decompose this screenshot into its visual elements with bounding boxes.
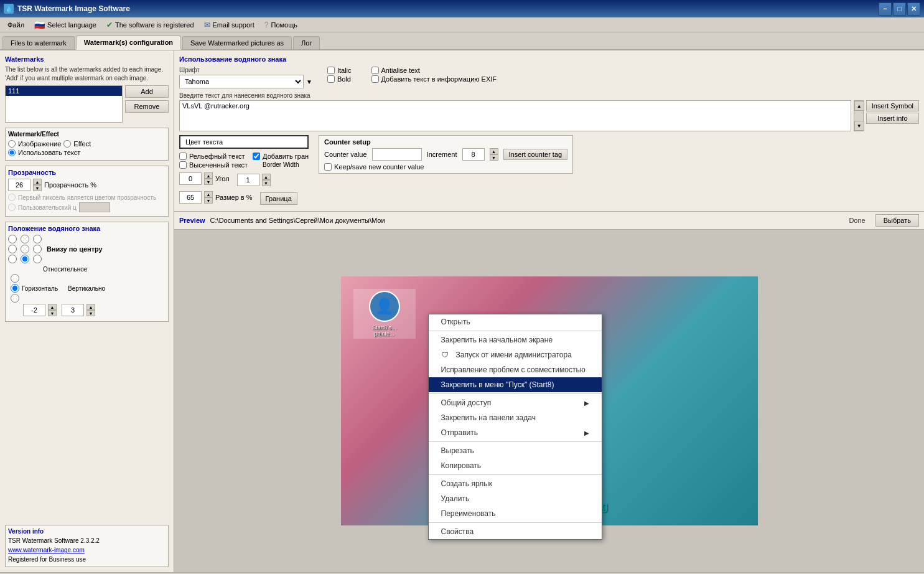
context-menu-open[interactable]: Открыть — [429, 314, 602, 329]
horiz-input[interactable] — [23, 304, 45, 316]
scroll-up[interactable]: ▲ — [854, 101, 864, 111]
antialise-checkbox[interactable] — [371, 67, 379, 74]
radio-first-pixel[interactable] — [8, 194, 16, 201]
radio-text[interactable] — [8, 149, 16, 156]
context-menu-send[interactable]: Отправить ▶ — [429, 425, 602, 440]
radio-custom-color[interactable] — [8, 204, 16, 211]
watermark-item[interactable]: 111 — [6, 86, 122, 96]
border-width-down[interactable]: ▼ — [262, 180, 271, 186]
pos-tr[interactable] — [33, 235, 42, 243]
version-url[interactable]: www.watermark-image.com — [8, 547, 85, 553]
add-watermark-button[interactable]: Add — [125, 85, 169, 98]
tab-save[interactable]: Save Watermarked pictures as — [182, 36, 292, 49]
size-up[interactable]: ▲ — [204, 191, 213, 197]
vert-down[interactable]: ▼ — [86, 310, 95, 316]
horiz-up[interactable]: ▲ — [48, 304, 57, 310]
pos-tc[interactable] — [21, 235, 29, 243]
size-input[interactable] — [179, 191, 202, 204]
emboss-checkbox[interactable] — [179, 153, 187, 160]
context-menu: Открыть Закрепить на начальном экране 🛡 … — [428, 314, 602, 540]
vert-input[interactable] — [62, 304, 84, 316]
pos-mr[interactable] — [33, 245, 42, 253]
pos-bc[interactable] — [21, 255, 29, 263]
custom-color-swatch[interactable] — [79, 202, 110, 212]
border-col: Добавить гран Border Width — [253, 153, 309, 169]
pos-tl[interactable] — [8, 235, 17, 243]
insert-symbol-button[interactable]: Insert Symbol — [866, 100, 919, 111]
rel-pos-1[interactable] — [11, 274, 19, 283]
angle-down[interactable]: ▼ — [204, 179, 213, 185]
context-menu-rename[interactable]: Переименовать — [429, 506, 602, 521]
insert-counter-button[interactable]: Insert counter tag — [503, 149, 568, 160]
context-menu-taskbar[interactable]: Закрепить на панели задач — [429, 410, 602, 425]
exif-checkbox[interactable] — [371, 75, 379, 83]
keep-counter-checkbox[interactable] — [324, 163, 332, 171]
increment-up[interactable]: ▲ — [490, 148, 498, 154]
checkboxes-row: Рельефный текст Высеченный текст Добавит… — [179, 153, 309, 169]
context-menu-share[interactable]: Общий доступ ▶ — [429, 395, 602, 410]
context-menu-cut[interactable]: Вырезать — [429, 443, 602, 458]
menu-file[interactable]: Файл — [2, 20, 29, 30]
transparency-up[interactable]: ▲ — [33, 179, 42, 185]
context-menu-properties[interactable]: Свойства — [429, 524, 602, 539]
radio-image[interactable] — [8, 140, 16, 148]
close-button[interactable]: ✕ — [907, 2, 920, 16]
border-button[interactable]: Граница — [260, 192, 297, 205]
border-width-up[interactable]: ▲ — [262, 174, 271, 180]
font-select[interactable]: Tahoma — [179, 75, 304, 88]
minimize-button[interactable]: − — [879, 2, 892, 16]
tab-files[interactable]: Files to watermark — [2, 36, 75, 49]
tab-log[interactable]: Лог — [293, 36, 320, 49]
add-border-checkbox[interactable] — [253, 153, 260, 160]
vert-up[interactable]: ▲ — [86, 304, 95, 310]
size-down[interactable]: ▼ — [204, 197, 213, 204]
increment-down[interactable]: ▼ — [490, 154, 498, 161]
tab-watermark-config[interactable]: Watermark(s) configuration — [76, 35, 181, 50]
insert-info-button[interactable]: Insert info — [866, 113, 919, 124]
menu-help[interactable]: ? Помощь — [259, 19, 302, 31]
context-menu-pin-start8[interactable]: Закрепить в меню "Пуск" (Start8) — [429, 377, 602, 392]
rel-pos-3[interactable] — [11, 294, 19, 303]
horiz-label: Горизонталь — [22, 285, 58, 292]
context-menu-delete[interactable]: Удалить — [429, 491, 602, 506]
size-label: Размер в % — [215, 194, 253, 201]
pos-mc[interactable] — [21, 245, 29, 253]
color-text-button[interactable]: Цвет текста — [179, 135, 309, 149]
angle-up[interactable]: ▲ — [204, 172, 213, 179]
bold-checkbox[interactable] — [327, 75, 335, 83]
engrave-checkbox[interactable] — [179, 161, 187, 169]
rel-pos-2[interactable] — [11, 284, 19, 293]
menu-email[interactable]: ✉ Email support — [199, 19, 259, 31]
menu-registered[interactable]: ✔ The software is registered — [101, 19, 199, 31]
context-menu-run-admin[interactable]: 🛡 Запуск от имени администратора — [429, 347, 602, 362]
menu-language[interactable]: 🇷🇺 Select language — [29, 19, 101, 31]
context-menu-copy[interactable]: Копировать — [429, 458, 602, 473]
italic-checkbox[interactable] — [327, 67, 335, 74]
maximize-button[interactable]: □ — [893, 2, 906, 16]
add-border-row: Добавить гран — [253, 153, 309, 160]
preview-icon-label: Start8 s...painte... — [372, 324, 396, 337]
left-options: Цвет текста Рельефный текст Высеченный т… — [179, 135, 309, 206]
context-menu-shortcut[interactable]: Создать ярлык — [429, 476, 602, 491]
remove-watermark-button[interactable]: Remove — [125, 100, 169, 113]
transparency-down[interactable]: ▼ — [33, 185, 42, 191]
pos-ml[interactable] — [8, 245, 17, 253]
counter-value-input[interactable] — [372, 148, 422, 161]
watermark-box: 111 — [5, 85, 123, 123]
context-menu-compat[interactable]: Исправление проблем с совместимостью — [429, 362, 602, 377]
watermark-textarea[interactable]: VLsVL @rutracker.org — [179, 100, 851, 131]
horiz-down[interactable]: ▼ — [48, 310, 57, 316]
select-button[interactable]: Выбрать — [875, 214, 919, 227]
config-area: Использование водяного знака Шрифт Tahom… — [174, 50, 924, 212]
watermark-buttons: Add Remove — [125, 85, 169, 123]
radio-effect[interactable] — [63, 140, 71, 148]
increment-input[interactable] — [462, 148, 485, 161]
options-area: Цвет текста Рельефный текст Высеченный т… — [179, 135, 919, 206]
context-menu-pin-start[interactable]: Закрепить на начальном экране — [429, 332, 602, 347]
angle-input[interactable] — [179, 172, 202, 185]
transparency-input[interactable]: 26 — [8, 179, 30, 191]
pos-br[interactable] — [33, 255, 42, 263]
border-width-input[interactable] — [237, 174, 259, 186]
pos-bl[interactable] — [8, 255, 17, 263]
scroll-down[interactable]: ▼ — [854, 121, 864, 131]
